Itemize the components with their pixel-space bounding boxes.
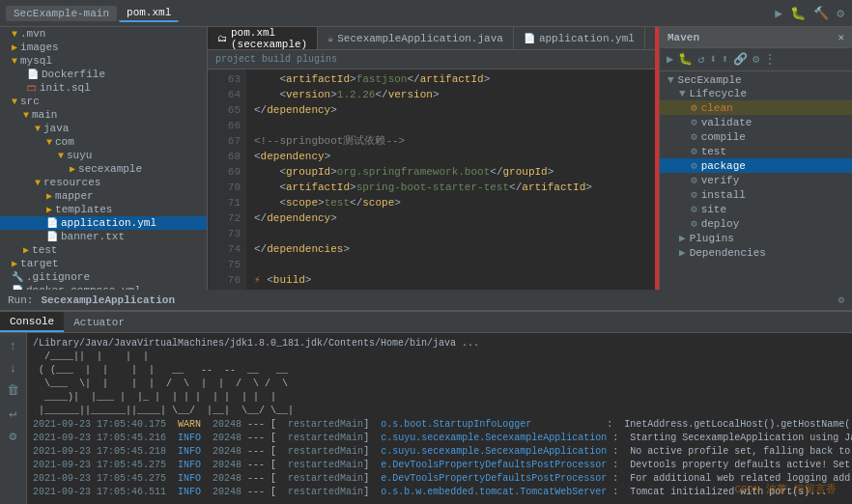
console-scroll-down[interactable]: ↓ — [8, 359, 19, 378]
tree-item-init-sql[interactable]: 🗃 init.sql — [0, 81, 207, 95]
tree-item-com[interactable]: ▼ com — [0, 135, 207, 149]
console-wrap[interactable]: ↵ — [8, 404, 19, 423]
tree-item-images[interactable]: ▶ images — [0, 41, 207, 54]
debug-icon[interactable]: 🐛 — [788, 4, 808, 23]
tree-item-gitignore[interactable]: 🔧 .gitignore — [0, 270, 207, 284]
maven-validate[interactable]: ⚙ validate — [660, 115, 852, 129]
run-gear-icon[interactable]: ⚙ — [838, 294, 844, 306]
tree-item-suyu[interactable]: ▼ suyu — [0, 149, 207, 162]
tree-label: secexample — [78, 163, 142, 175]
code-line-71: <scope>test</scope> — [254, 195, 647, 210]
tree-item-main[interactable]: ▼ main — [0, 108, 207, 122]
tab-label: application.yml — [539, 33, 635, 44]
maven-deploy[interactable]: ⚙ deploy — [660, 216, 852, 231]
maven-package[interactable]: ⚙ package — [660, 158, 852, 173]
main-area: ▼ .mvn ▶ images ▼ mysql 📄 Dockerfile 🗃 i… — [0, 27, 852, 290]
tree-item-application-yml[interactable]: 📄 application.yml — [0, 216, 207, 230]
tree-label: .gitignore — [26, 271, 90, 283]
maven-link-btn[interactable]: 🔗 — [732, 51, 749, 68]
maven-collapse-btn[interactable]: ⬇ — [708, 51, 717, 68]
tree-item-banner[interactable]: 📄 banner.txt — [0, 230, 207, 243]
console-tab[interactable]: Console — [0, 312, 64, 332]
tree-item-mvn[interactable]: ▼ .mvn — [0, 27, 207, 41]
build-icon[interactable]: 🔨 — [811, 4, 831, 23]
pom-tab[interactable]: pom.xml — [119, 5, 179, 22]
maven-root[interactable]: ▼ SecExample — [660, 73, 852, 87]
log-pid: 20248 — [213, 460, 241, 470]
actuator-tab[interactable]: Actuator — [64, 312, 134, 332]
tab-icon: ☕ — [327, 33, 333, 44]
console-content[interactable]: /Library/Java/JavaVirtualMachines/jdk1.8… — [27, 333, 852, 504]
run-app-name: SecexampleApplication — [41, 294, 175, 306]
tree-item-src[interactable]: ▼ src — [0, 95, 207, 108]
log-pid: 20248 — [213, 419, 241, 430]
ascii-line-5: |______||______||____| \__/ |__| \__/ \_… — [33, 405, 846, 418]
maven-collapse-icon[interactable]: ✕ — [838, 31, 844, 43]
maven-install[interactable]: ⚙ install — [660, 187, 852, 202]
log-thread: restartedMain — [288, 487, 363, 497]
lifecycle-folder-icon: ▼ — [679, 88, 686, 99]
maven-compile[interactable]: ⚙ compile — [660, 129, 852, 144]
log-time: 2021-09-23 17:05:45.275 — [33, 473, 166, 484]
lifecycle-icon: ⚙ — [691, 101, 697, 114]
log-thread: restartedMain — [288, 446, 363, 457]
maven-expand-btn[interactable]: ⬆ — [721, 51, 729, 68]
yaml-icon: 📄 — [46, 217, 58, 229]
maven-clean[interactable]: ⚙ clean — [660, 100, 852, 115]
log-level: INFO — [178, 446, 201, 457]
maven-test-label: test — [701, 146, 726, 157]
settings-icon[interactable]: ⚙ — [835, 4, 846, 23]
log-line-5: 2021-09-23 17:05:45.275 INFO 20248 --- [… — [33, 472, 846, 486]
tree-item-mysql[interactable]: ▼ mysql — [0, 54, 207, 68]
file-tree[interactable]: ▼ .mvn ▶ images ▼ mysql 📄 Dockerfile 🗃 i… — [0, 27, 208, 290]
tree-item-target[interactable]: ▶ target — [0, 257, 207, 270]
maven-panel: Maven ✕ ▶ 🐛 ↺ ⬇ ⬆ 🔗 ⚙ ⋮ ▼ SecExample — [659, 27, 852, 290]
project-tab-label: SecExample-main — [14, 8, 109, 19]
console-settings[interactable]: ⚙ — [8, 427, 19, 446]
maven-verify[interactable]: ⚙ verify — [660, 173, 852, 187]
log-class: c.suyu.secexample.SecexampleApplication — [381, 433, 607, 443]
tab-secexample-app[interactable]: ☕ SecexampleApplication.java — [318, 27, 514, 49]
tree-item-secexample[interactable]: ▶ secexample — [0, 162, 207, 176]
tab-init[interactable]: 📄 init... — [645, 27, 655, 49]
maven-site[interactable]: ⚙ site — [660, 202, 852, 216]
maven-debug-btn[interactable]: 🐛 — [677, 51, 694, 68]
file-icon: 📄 — [46, 231, 58, 242]
console-clear[interactable]: 🗑 — [5, 381, 21, 400]
toolbar-icons: ▶ 🐛 🔨 ⚙ — [773, 4, 846, 23]
tree-label: application.yml — [61, 217, 156, 229]
maven-more-btn[interactable]: ⋮ — [763, 51, 777, 68]
maven-tree[interactable]: ▼ SecExample ▼ Lifecycle ⚙ clean ⚙ valid… — [660, 71, 852, 290]
log-level: WARN — [178, 419, 201, 430]
run-icon[interactable]: ▶ — [773, 4, 784, 23]
console-scroll-up[interactable]: ↑ — [8, 337, 19, 355]
tree-item-test[interactable]: ▶ test — [0, 243, 207, 257]
file-icon: 📄 — [27, 69, 39, 80]
editor-tabs: 🗂 pom.xml (secexample) ☕ SecexampleAppli… — [208, 27, 655, 50]
maven-plugins-label: Plugins — [690, 233, 734, 244]
maven-plugins-folder[interactable]: ▶ Plugins — [660, 231, 852, 245]
code-line-65: </dependency> — [254, 102, 647, 118]
lifecycle-icon: ⚙ — [691, 188, 697, 201]
project-tab[interactable]: SecExample-main — [6, 6, 117, 21]
maven-run-btn[interactable]: ▶ — [666, 51, 674, 68]
tree-item-java[interactable]: ▼ java — [0, 122, 207, 135]
tree-item-dockerfile[interactable]: 📄 Dockerfile — [0, 68, 207, 81]
tree-item-templates[interactable]: ▶ templates — [0, 203, 207, 216]
tree-label: images — [20, 42, 59, 53]
maven-test[interactable]: ⚙ test — [660, 144, 852, 158]
tab-pom-xml[interactable]: 🗂 pom.xml (secexample) — [208, 27, 318, 49]
maven-dependencies-folder[interactable]: ▶ Dependencies — [660, 245, 852, 260]
code-area[interactable]: <artifactId>fastjson</artifactId> <versi… — [246, 70, 655, 290]
maven-settings-btn[interactable]: ⚙ — [752, 51, 760, 68]
maven-root-label: SecExample — [678, 74, 742, 86]
editor-content[interactable]: 63 64 65 66 67 68 69 70 71 72 73 74 75 7… — [208, 70, 655, 290]
tab-application-yml[interactable]: 📄 application.yml — [514, 27, 645, 49]
maven-lifecycle-folder[interactable]: ▼ Lifecycle — [660, 87, 852, 100]
tree-item-resources[interactable]: ▼ resources — [0, 176, 207, 189]
maven-title: Maven — [667, 32, 699, 43]
git-icon: 🔧 — [12, 271, 23, 283]
tree-item-mapper[interactable]: ▶ mapper — [0, 189, 207, 203]
line-numbers: 63 64 65 66 67 68 69 70 71 72 73 74 75 7… — [208, 70, 246, 290]
maven-refresh-btn[interactable]: ↺ — [696, 51, 705, 68]
